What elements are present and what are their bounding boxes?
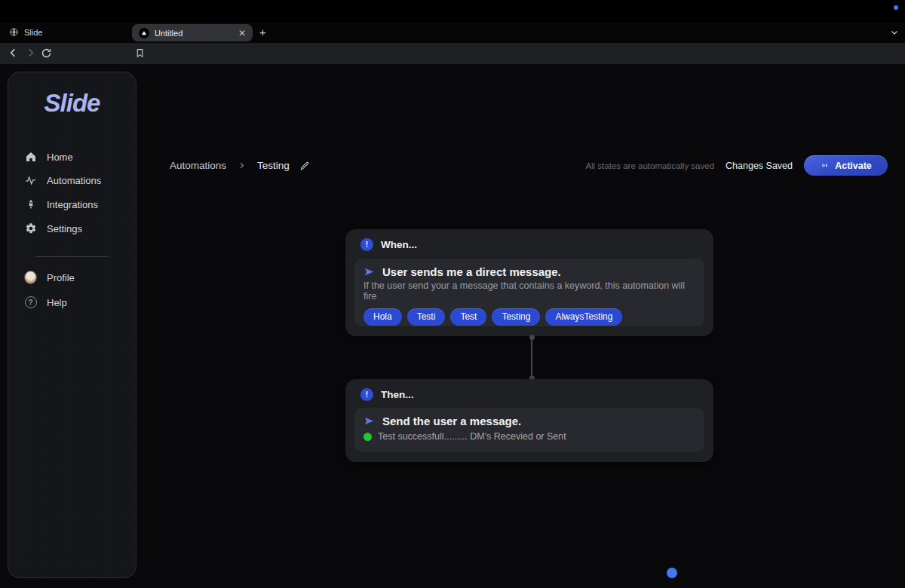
automations-activity-icon bbox=[24, 175, 37, 186]
keyword-chip[interactable]: Testi bbox=[407, 308, 446, 326]
tab-title: Untitled bbox=[155, 29, 238, 38]
sidebar-item-integrations[interactable]: Integrations bbox=[8, 192, 136, 216]
help-icon: ? bbox=[24, 296, 37, 308]
send-plane-icon bbox=[364, 415, 375, 427]
menu-bar bbox=[0, 0, 905, 23]
profile-avatar bbox=[24, 271, 37, 284]
new-tab-button[interactable]: + bbox=[259, 26, 266, 38]
then-card-header: ! Then... bbox=[345, 379, 713, 401]
then-card[interactable]: ! Then... Send the user a message. Test … bbox=[345, 379, 713, 462]
rocket-icon bbox=[24, 198, 37, 210]
keyword-chip[interactable]: Testing bbox=[492, 308, 540, 326]
sidebar-item-label: Home bbox=[47, 152, 73, 163]
sidebar-item-settings[interactable]: Settings bbox=[8, 216, 136, 240]
sidebar-divider bbox=[35, 256, 109, 257]
back-button[interactable] bbox=[8, 47, 20, 59]
then-label: Then... bbox=[381, 389, 414, 400]
tab-strip: Slide Untitled ✕ + bbox=[0, 23, 905, 43]
sidebar-item-profile[interactable]: Profile bbox=[8, 265, 136, 290]
keyword-chip[interactable]: AlwaysTesting bbox=[545, 308, 622, 326]
gear-icon bbox=[24, 222, 37, 234]
success-dot-icon bbox=[364, 433, 372, 441]
sidebar-item-label: Profile bbox=[47, 272, 75, 283]
when-card-header: ! When... bbox=[345, 229, 713, 251]
when-trigger-panel[interactable]: User sends me a direct message. If the u… bbox=[354, 259, 704, 326]
window-label-text: Slide bbox=[24, 28, 42, 37]
breadcrumb-current: Testing bbox=[257, 160, 290, 171]
globe-icon bbox=[9, 27, 19, 37]
alert-circle-icon: ! bbox=[360, 388, 373, 401]
connector-line bbox=[531, 338, 532, 377]
sidebar-item-label: Integrations bbox=[47, 199, 98, 210]
sidebar-item-label: Automations bbox=[47, 175, 101, 186]
autosave-note: All states are automatically saved bbox=[585, 161, 714, 170]
browser-toolbar: slide-beige.vercel.app/dashboard/NityamS… bbox=[0, 43, 905, 64]
sidebar-item-label: Settings bbox=[47, 223, 82, 234]
app-canvas: Slide Home Automations Integrations bbox=[0, 64, 905, 588]
save-status: Changes Saved bbox=[726, 161, 793, 171]
header-actions: All states are automatically saved Chang… bbox=[585, 155, 888, 176]
sidebar-item-home[interactable]: Home bbox=[8, 145, 136, 169]
canvas-blue-dot[interactable] bbox=[667, 568, 677, 578]
forward-button[interactable] bbox=[24, 47, 36, 59]
breadcrumb-automations[interactable]: Automations bbox=[170, 160, 226, 171]
keyword-chip[interactable]: Test bbox=[450, 308, 486, 326]
when-trigger-description: If the user send your a message that con… bbox=[354, 278, 704, 302]
activate-label: Activate bbox=[835, 161, 872, 171]
keyword-chip[interactable]: Hola bbox=[364, 308, 402, 326]
camera-indicator-dot bbox=[894, 5, 898, 10]
sidebar-item-label: Help bbox=[47, 297, 67, 308]
sidebar-item-automations[interactable]: Automations bbox=[8, 169, 136, 192]
breadcrumb: Automations Testing bbox=[170, 160, 310, 171]
keyword-chip-list: Hola Testi Test Testing AlwaysTesting bbox=[354, 302, 704, 326]
then-status-text: Test successfull......... DM's Recevied … bbox=[378, 431, 566, 442]
then-action-panel[interactable]: Send the user a message. Test successful… bbox=[354, 408, 704, 452]
chevron-right-icon bbox=[238, 161, 246, 170]
vercel-favicon-icon bbox=[139, 28, 149, 38]
sidebar: Slide Home Automations Integrations bbox=[8, 72, 137, 578]
send-plane-icon bbox=[364, 266, 375, 277]
home-icon bbox=[24, 151, 37, 163]
broadcast-icon bbox=[820, 161, 830, 170]
when-card[interactable]: ! When... User sends me a direct message… bbox=[345, 229, 713, 336]
reload-button[interactable] bbox=[41, 47, 52, 59]
then-action-title: Send the user a message. bbox=[382, 415, 521, 427]
tab-close-icon[interactable]: ✕ bbox=[238, 29, 246, 38]
activate-button[interactable]: Activate bbox=[804, 155, 888, 176]
tab-search-chevron-icon[interactable] bbox=[890, 28, 899, 37]
browser-tab[interactable]: Untitled ✕ bbox=[132, 24, 253, 41]
when-trigger-title: User sends me a direct message. bbox=[382, 265, 561, 278]
sidebar-item-help[interactable]: ? Help bbox=[8, 290, 136, 314]
slide-logo: Slide bbox=[8, 89, 136, 118]
when-label: When... bbox=[381, 239, 417, 250]
sidebar-nav: Home Automations Integrations Settings bbox=[8, 145, 136, 240]
bookmark-icon[interactable] bbox=[135, 47, 145, 59]
alert-circle-icon: ! bbox=[360, 238, 373, 251]
then-status-row: Test successfull......... DM's Recevied … bbox=[354, 427, 704, 442]
window-profile-label: Slide bbox=[9, 27, 42, 37]
edit-pencil-icon[interactable] bbox=[299, 161, 310, 171]
